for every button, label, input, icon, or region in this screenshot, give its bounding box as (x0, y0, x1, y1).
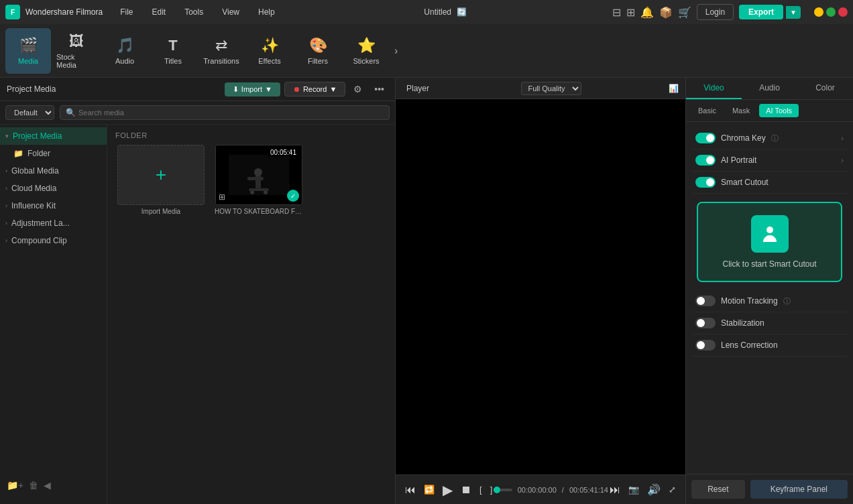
sidebar-label-global-media: Global Media (11, 166, 59, 176)
sync-icon[interactable]: 🔄 (457, 7, 467, 17)
quality-select[interactable]: Full Quality (521, 82, 581, 95)
icon-btn-5[interactable]: 🛒 (678, 6, 691, 19)
stabilization-toggle[interactable] (695, 318, 716, 328)
sub-tab-ai-tools[interactable]: AI Tools (759, 104, 799, 117)
icon-btn-4[interactable]: 📦 (659, 6, 673, 19)
more-options-button[interactable]: ••• (370, 82, 388, 96)
sort-select[interactable]: Default (5, 105, 54, 120)
search-input-wrap[interactable]: 🔍 (60, 105, 390, 120)
import-dropdown-icon[interactable]: ▼ (265, 85, 272, 93)
main-area: Project Media ⬇ Import ▼ ⏺ Record ▼ ⚙ ••… (0, 78, 853, 504)
login-button[interactable]: Login (697, 4, 734, 20)
media-icon: 🎬 (19, 37, 38, 54)
sidebar-item-folder[interactable]: 📁 Folder (0, 145, 107, 162)
progress-bar[interactable] (494, 489, 512, 491)
import-button[interactable]: ⬇ Import ▼ (225, 82, 280, 97)
import-media-card[interactable]: + (117, 145, 205, 205)
play-button[interactable]: ▶ (441, 481, 454, 499)
lens-correction-left: Lens Correction (695, 340, 778, 351)
next-frame-button[interactable]: ⏭ (608, 483, 622, 497)
maximize-button[interactable] (826, 7, 836, 17)
sidebar-item-adjustment[interactable]: › Adjustment La... (0, 214, 107, 232)
sidebar-item-global-media[interactable]: › Global Media (0, 162, 107, 180)
progress-dot (494, 487, 500, 493)
effects-label: Effects (258, 57, 280, 65)
add-folder-icon[interactable]: 📁+ (7, 480, 23, 491)
ai-portrait-expand[interactable]: › (841, 156, 844, 164)
sidebar-item-influence-kit[interactable]: › Influence Kit (0, 197, 107, 214)
clip-duration: 00:05:41 (268, 148, 299, 157)
sidebar-item-cloud-media[interactable]: › Cloud Media (0, 180, 107, 197)
toolbar-more[interactable]: › (392, 42, 400, 60)
lens-correction-item: Lens Correction (691, 334, 848, 357)
chroma-key-expand[interactable]: › (841, 134, 844, 142)
sidebar-item-project-media[interactable]: ▾ Project Media (0, 127, 107, 145)
menu-file[interactable]: File (116, 5, 137, 19)
toolbar-titles[interactable]: T Titles (150, 28, 196, 74)
minimize-button[interactable] (814, 7, 823, 17)
stop-button[interactable]: ⏹ (459, 483, 473, 497)
reset-button[interactable]: Reset (691, 480, 745, 499)
chroma-key-info[interactable]: ⓘ (771, 133, 779, 143)
export-button[interactable]: Export (739, 5, 783, 19)
mark-in-button[interactable]: [ (478, 483, 484, 496)
media-clip-wrap: 00:05:41 ✓ ⊞ HOW TO SKATEBOARD FOR ... (212, 145, 306, 215)
delete-icon[interactable]: 🗑 (29, 480, 38, 491)
smart-cutout-box[interactable]: Click to start Smart Cutout (697, 202, 842, 282)
player-icon-btn[interactable]: 📊 (669, 84, 679, 93)
menu-tools[interactable]: Tools (180, 5, 207, 19)
sidebar-bottom-icons: 📁+ 🗑 ◀ (7, 480, 51, 491)
sidebar-item-compound-clip[interactable]: › Compound Clip (0, 232, 107, 249)
icon-btn-1[interactable]: ⊟ (612, 6, 621, 19)
media-clip-card[interactable]: 00:05:41 ✓ ⊞ (215, 145, 302, 205)
loop-button[interactable]: 🔁 (422, 483, 436, 496)
menu-edit[interactable]: Edit (148, 5, 170, 19)
menu-view[interactable]: View (218, 5, 243, 19)
tab-player[interactable]: Player (402, 82, 433, 94)
motion-tracking-label: Motion Tracking (721, 296, 778, 306)
tab-video[interactable]: Video (686, 78, 742, 99)
chroma-key-toggle[interactable] (695, 133, 716, 143)
lens-correction-toggle[interactable] (695, 340, 716, 351)
mark-out-button[interactable]: ] (489, 483, 494, 496)
toolbar-audio[interactable]: 🎵 Audio (102, 28, 148, 74)
svg-rect-6 (247, 177, 264, 180)
toolbar-filters[interactable]: 🎨 Filters (295, 28, 341, 74)
menu-help[interactable]: Help (254, 5, 279, 19)
export-dropdown-icon[interactable]: ▼ (786, 6, 801, 19)
volume-button[interactable]: 🔊 (646, 482, 662, 497)
smart-cutout-knob (706, 178, 714, 186)
transitions-icon: ⇄ (215, 37, 227, 54)
ai-portrait-toggle[interactable] (695, 155, 716, 166)
sub-tab-mask[interactable]: Mask (726, 104, 756, 117)
close-button[interactable] (838, 7, 848, 17)
filter-options-button[interactable]: ⚙ (349, 82, 366, 96)
snap-button[interactable]: 📷 (627, 483, 640, 496)
tab-audio[interactable]: Audio (742, 78, 797, 99)
lens-correction-label: Lens Correction (721, 340, 778, 350)
toolbar-transitions[interactable]: ⇄ Transitions (198, 28, 244, 74)
sub-tab-basic[interactable]: Basic (691, 104, 723, 117)
toolbar-media[interactable]: 🎬 Media (5, 28, 51, 74)
search-input[interactable] (78, 109, 384, 117)
motion-tracking-info[interactable]: ⓘ (783, 296, 791, 306)
chroma-key-knob (706, 134, 714, 142)
record-dropdown-icon[interactable]: ▼ (329, 85, 337, 93)
icon-btn-2[interactable]: ⊞ (626, 6, 635, 19)
sidebar-label-cloud-media: Cloud Media (11, 184, 56, 193)
toolbar-stock-media[interactable]: 🖼 Stock Media (54, 28, 99, 74)
toolbar-stickers[interactable]: ⭐ Stickers (343, 28, 389, 74)
prev-frame-button[interactable]: ⏮ (404, 483, 417, 497)
tab-color[interactable]: Color (797, 78, 853, 99)
keyframe-button[interactable]: Keyframe Panel (750, 480, 848, 499)
collapse-icon[interactable]: ◀ (44, 480, 51, 491)
preview-section: Player Full Quality 📊 (396, 78, 853, 504)
record-button[interactable]: ⏺ Record ▼ (284, 82, 345, 97)
time-separator: / (562, 486, 564, 494)
motion-tracking-toggle[interactable] (695, 296, 716, 306)
fullscreen-button[interactable]: ⤢ (667, 483, 677, 496)
icon-btn-3[interactable]: 🔔 (640, 6, 654, 19)
smart-cutout-toggle[interactable] (695, 177, 716, 188)
svg-rect-8 (767, 235, 773, 241)
toolbar-effects[interactable]: ✨ Effects (247, 28, 292, 74)
